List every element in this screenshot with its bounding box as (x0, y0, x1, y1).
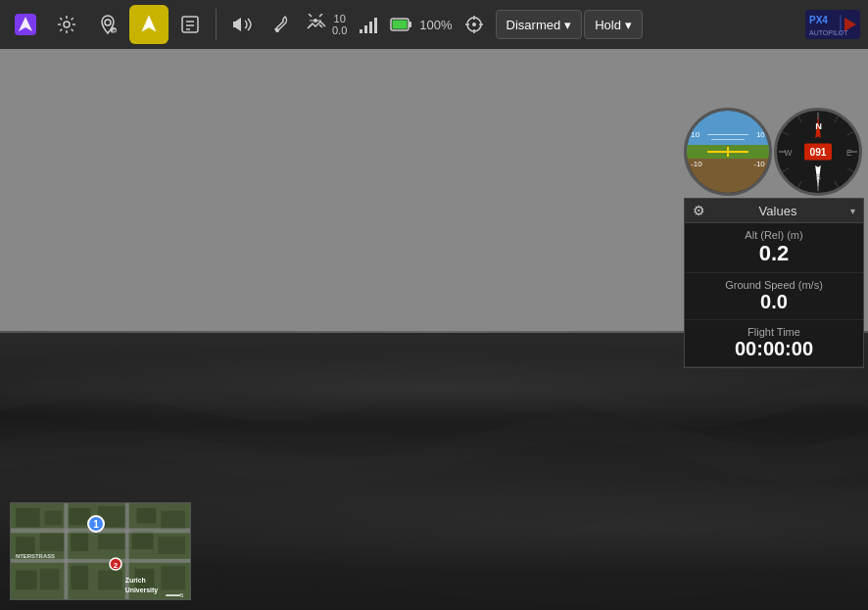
flight-mode-label: Hold (595, 18, 621, 32)
svg-rect-53 (45, 511, 63, 526)
svg-point-10 (275, 28, 279, 32)
ai-label-10-top: 10 (691, 130, 699, 139)
svg-rect-52 (16, 508, 40, 528)
plan-button[interactable] (170, 5, 210, 44)
svg-rect-15 (374, 18, 377, 33)
svg-text:E: E (846, 148, 852, 158)
svg-rect-58 (16, 537, 35, 554)
waypoint-marker-1[interactable]: 1 (87, 515, 105, 533)
toolbar: B (0, 0, 868, 49)
signal-button[interactable] (349, 5, 388, 44)
ai-label-10-top-right: 10 (756, 130, 765, 139)
arm-dropdown-arrow: ▾ (564, 18, 571, 32)
arm-status-dropdown[interactable]: Disarmed ▾ (496, 10, 583, 39)
alt-rel-value: 0.2 (693, 241, 855, 266)
divider-1 (216, 9, 217, 40)
px4-logo: PX4 AUTOPILOT (803, 10, 862, 39)
svg-rect-13 (364, 25, 367, 33)
waypoint-button[interactable]: B (88, 5, 127, 44)
svg-rect-66 (64, 503, 68, 599)
flight-time-value: 00:00:00 (693, 338, 855, 360)
svg-point-20 (472, 23, 476, 26)
fly-button[interactable] (129, 5, 169, 44)
svg-text:B: B (113, 28, 117, 34)
svg-rect-18 (409, 22, 411, 27)
instruments-panel: 10 10 -10 -10 (684, 108, 864, 368)
ground-speed-value: 0.0 (693, 291, 855, 313)
svg-text:PX4: PX4 (809, 15, 828, 25)
alt-rel-row: Alt (Rel) (m) 0.2 (685, 223, 863, 273)
svg-text:N: N (815, 121, 822, 131)
settings-button[interactable] (47, 5, 86, 44)
svg-rect-63 (158, 537, 185, 554)
megaphone-button[interactable] (222, 5, 262, 44)
logo-button[interactable] (6, 5, 45, 44)
flight-mode-dropdown-arrow: ▾ (625, 18, 632, 32)
svg-rect-57 (161, 511, 185, 531)
ai-center-vertical (727, 147, 729, 157)
flight-time-label: Flight Time (693, 326, 855, 338)
compass-indicator: N S E W 091 (774, 108, 862, 196)
satellite-count: 10 0.0 (332, 13, 347, 36)
svg-text:AUTOPILOT: AUTOPILOT (809, 29, 848, 36)
svg-rect-65 (11, 559, 190, 563)
values-dropdown-arrow[interactable]: ▾ (850, 206, 855, 216)
home-marker[interactable]: 2 (109, 557, 122, 575)
ground-speed-row: Ground Speed (m/s) 0.0 (685, 273, 863, 320)
ai-label-10-bottom-right: -10 (753, 160, 765, 168)
attitude-heading-row: 10 10 -10 -10 (684, 108, 864, 196)
flight-time-row: Flight Time 00:00:00 (685, 320, 863, 367)
values-panel: ⚙ Values ▾ Alt (Rel) (m) 0.2 Ground Spee… (684, 198, 864, 368)
battery-status: 100% (390, 14, 452, 35)
svg-point-2 (64, 22, 70, 27)
main-view: 10 10 -10 -10 (0, 49, 868, 610)
tools-button[interactable] (264, 5, 303, 44)
minimap[interactable]: NTERSTRASS Zurich University 5 1 2 (10, 502, 191, 600)
svg-rect-17 (393, 21, 408, 29)
svg-text:W: W (784, 148, 792, 158)
alt-rel-label: Alt (Rel) (m) (693, 229, 855, 241)
svg-rect-62 (132, 530, 154, 549)
svg-rect-68 (16, 571, 37, 590)
svg-text:University: University (125, 587, 159, 594)
svg-rect-60 (71, 530, 88, 551)
values-title: Values (711, 204, 844, 218)
svg-rect-14 (369, 22, 372, 33)
svg-text:S: S (815, 172, 821, 182)
svg-rect-56 (137, 508, 157, 524)
svg-rect-59 (40, 532, 65, 551)
battery-percent: 100% (419, 18, 452, 32)
svg-rect-73 (161, 566, 185, 590)
flight-mode-dropdown[interactable]: Hold ▾ (584, 10, 643, 39)
ai-label-10-bottom: -10 (691, 160, 702, 168)
minimap-content: NTERSTRASS Zurich University 5 1 2 (11, 503, 190, 599)
svg-rect-67 (125, 503, 129, 599)
svg-rect-61 (98, 534, 125, 549)
values-gear-icon[interactable]: ⚙ (693, 203, 705, 218)
svg-text:Zurich: Zurich (125, 577, 146, 584)
svg-point-3 (105, 20, 111, 25)
values-header: ⚙ Values ▾ (685, 199, 863, 223)
attitude-indicator: 10 10 -10 -10 (684, 108, 772, 196)
arm-status-label: Disarmed (506, 18, 561, 32)
satellite-status: 10 0.0 (305, 13, 347, 36)
gps-button[interactable] (455, 5, 494, 44)
svg-rect-70 (71, 566, 88, 590)
svg-text:NTERSTRASS: NTERSTRASS (16, 553, 55, 559)
svg-text:091: 091 (809, 147, 826, 158)
svg-rect-69 (40, 569, 60, 590)
svg-rect-12 (360, 29, 362, 33)
svg-text:2: 2 (114, 561, 119, 570)
ground-speed-label: Ground Speed (m/s) (693, 279, 855, 291)
